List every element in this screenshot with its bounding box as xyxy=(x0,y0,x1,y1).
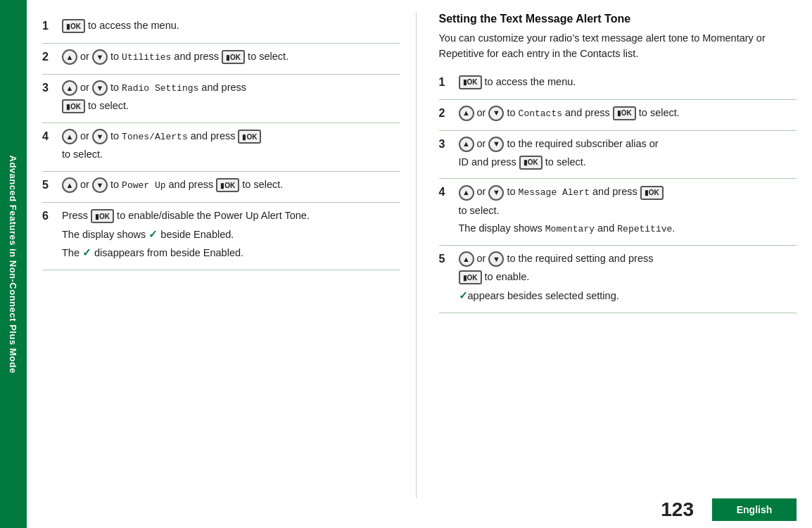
code-text: Repetitive xyxy=(617,224,672,234)
step-line: ▲ or ▼ to the required setting and press xyxy=(459,251,797,267)
footer-row: 123 English xyxy=(42,498,797,521)
arrow-down-icon: ▼ xyxy=(488,137,504,152)
ok-button-icon: ▮OK xyxy=(459,75,482,89)
step-line: ▮OK to access the menu. xyxy=(459,75,797,90)
checkmark-icon: ✓ xyxy=(82,246,91,258)
arrow-down-icon: ▼ xyxy=(92,177,108,193)
code-text: Momentary xyxy=(545,224,595,234)
step: 3▲ or ▼ to Radio Settings and press▮OK t… xyxy=(42,75,400,123)
arrow-up-icon: ▲ xyxy=(62,177,77,193)
section-title: Setting the Text Message Alert Tone xyxy=(439,13,797,25)
code-text: Contacts xyxy=(519,108,562,119)
arrow-up-icon: ▲ xyxy=(459,185,474,201)
arrow-up-icon: ▲ xyxy=(459,106,474,121)
arrow-up-icon: ▲ xyxy=(62,49,77,65)
step-number: 2 xyxy=(439,106,455,120)
step-line: ▲ or ▼ to Utilities and press ▮OK to sel… xyxy=(62,49,400,65)
step-line: to select. xyxy=(459,203,797,219)
step: 2▲ or ▼ to Contacts and press ▮OK to sel… xyxy=(439,100,797,131)
arrow-down-icon: ▼ xyxy=(488,251,504,267)
arrow-up-icon: ▲ xyxy=(62,129,77,144)
code-text: Power Up xyxy=(122,180,165,191)
ok-button-icon: ▮OK xyxy=(216,178,239,192)
arrow-up-icon: ▲ xyxy=(459,251,474,267)
step-number: 1 xyxy=(42,18,58,32)
right-column: Setting the Text Message Alert ToneYou c… xyxy=(436,13,797,498)
columns: 1▮OK to access the menu.2▲ or ▼ to Utili… xyxy=(42,13,797,498)
step: 4▲ or ▼ to Tones/Alerts and press ▮OKto … xyxy=(42,123,400,172)
step-content: ▲ or ▼ to Contacts and press ▮OK to sele… xyxy=(459,106,797,124)
page-number: 123 xyxy=(661,498,701,521)
step-line: The ✓ disappears from beside Enabled. xyxy=(62,245,400,261)
step-number: 6 xyxy=(42,208,58,222)
step-content: ▮OK to access the menu. xyxy=(62,18,400,37)
step: 6Press ▮OK to enable/disable the Power U… xyxy=(42,203,400,270)
step-content: ▲ or ▼ to Message Alert and press ▮OKto … xyxy=(459,184,797,239)
step-line: ▲ or ▼ to Power Up and press ▮OK to sele… xyxy=(62,177,400,193)
sidebar: Advanced Features in Non-Connect Plus Mo… xyxy=(0,0,27,528)
step-content: ▲ or ▼ to the required subscriber alias … xyxy=(459,137,797,173)
step-number: 4 xyxy=(439,184,455,199)
arrow-down-icon: ▼ xyxy=(92,49,108,65)
step-line: ▲ or ▼ to the required subscriber alias … xyxy=(459,137,797,152)
arrow-up-icon: ▲ xyxy=(62,80,77,96)
step-number: 5 xyxy=(439,251,455,265)
step-content: ▲ or ▼ to the required setting and press… xyxy=(459,251,797,307)
step-number: 3 xyxy=(439,137,455,151)
step: 5▲ or ▼ to Power Up and press ▮OK to sel… xyxy=(42,172,400,203)
left-column: 1▮OK to access the menu.2▲ or ▼ to Utili… xyxy=(42,13,417,498)
step-number: 2 xyxy=(42,49,58,63)
step-number: 1 xyxy=(439,75,455,89)
step-line: ▲ or ▼ to Radio Settings and press xyxy=(62,80,400,96)
arrow-down-icon: ▼ xyxy=(488,185,504,201)
step-line: ▮OK to enable. xyxy=(459,270,797,285)
language-badge: English xyxy=(712,498,797,521)
ok-button-icon: ▮OK xyxy=(222,50,245,64)
step: 5▲ or ▼ to the required setting and pres… xyxy=(439,246,797,313)
checkmark-icon: ✓ xyxy=(148,228,158,240)
code-text: Message Alert xyxy=(519,187,590,198)
step-line: ID and press ▮OK to select. xyxy=(459,155,797,170)
ok-button-icon: ▮OK xyxy=(91,209,114,223)
step-line: to select. xyxy=(62,147,400,163)
step-line: The display shows ✓ beside Enabled. xyxy=(62,227,400,243)
step: 2▲ or ▼ to Utilities and press ▮OK to se… xyxy=(42,44,400,75)
step: 4▲ or ▼ to Message Alert and press ▮OKto… xyxy=(439,179,797,246)
code-text: Radio Settings xyxy=(122,83,198,94)
step-line: ✓appears besides selected setting. xyxy=(459,288,797,304)
sidebar-label: Advanced Features in Non-Connect Plus Mo… xyxy=(8,155,19,373)
ok-button-icon: ▮OK xyxy=(62,19,85,33)
ok-button-icon: ▮OK xyxy=(459,270,482,284)
step-number: 3 xyxy=(42,80,58,94)
step-content: Press ▮OK to enable/disable the Power Up… xyxy=(62,208,400,264)
step-line: ▮OK to access the menu. xyxy=(62,18,400,34)
step-number: 5 xyxy=(42,177,58,191)
step-content: ▲ or ▼ to Utilities and press ▮OK to sel… xyxy=(62,49,400,68)
main-content: 1▮OK to access the menu.2▲ or ▼ to Utili… xyxy=(27,0,812,528)
ok-button-icon: ▮OK xyxy=(519,156,543,170)
step-content: ▲ or ▼ to Tones/Alerts and press ▮OKto s… xyxy=(62,129,400,165)
step: 1▮OK to access the menu. xyxy=(42,13,400,44)
step: 1▮OK to access the menu. xyxy=(439,69,797,100)
step-number: 4 xyxy=(42,129,58,143)
step-content: ▲ or ▼ to Radio Settings and press▮OK to… xyxy=(62,80,400,117)
step-content: ▲ or ▼ to Power Up and press ▮OK to sele… xyxy=(62,177,400,196)
ok-button-icon: ▮OK xyxy=(238,130,261,144)
code-text: Tones/Alerts xyxy=(122,132,188,142)
intro-text: You can customize your radio’s text mess… xyxy=(439,31,797,62)
step-line: The display shows Momentary and Repetiti… xyxy=(459,221,797,237)
step: 3▲ or ▼ to the required subscriber alias… xyxy=(439,131,797,180)
arrow-down-icon: ▼ xyxy=(488,106,504,121)
step-line: ▲ or ▼ to Contacts and press ▮OK to sele… xyxy=(459,106,797,121)
ok-button-icon: ▮OK xyxy=(613,106,636,120)
ok-button-icon: ▮OK xyxy=(62,99,85,113)
arrow-up-icon: ▲ xyxy=(459,137,474,152)
checkmark-icon: ✓ xyxy=(459,289,468,301)
step-line: ▮OK to select. xyxy=(62,99,400,114)
arrow-down-icon: ▼ xyxy=(92,129,108,144)
code-text: Utilities xyxy=(122,52,171,63)
arrow-down-icon: ▼ xyxy=(92,80,108,96)
ok-button-icon: ▮OK xyxy=(640,186,664,200)
step-line: Press ▮OK to enable/disable the Power Up… xyxy=(62,208,400,224)
step-line: ▲ or ▼ to Tones/Alerts and press ▮OK xyxy=(62,129,400,144)
